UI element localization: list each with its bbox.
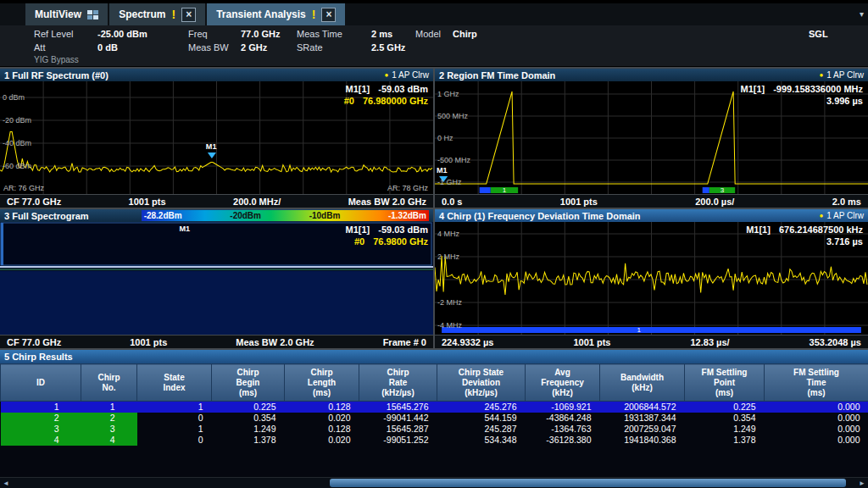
fm-time-domain-plot[interactable]: 13M1 M1[1]-999.158336000 MHz 3.996 µs 1 … [435, 81, 868, 194]
footer-readout: 1001 pts [560, 197, 598, 207]
result-cell: 4 [81, 435, 137, 446]
fm-time-domain-chart: 13M1 [435, 81, 868, 194]
srate-label: SRate [297, 42, 371, 53]
meas-bw-value[interactable]: 2 GHz [241, 42, 297, 53]
result-cell: 1.378 [212, 435, 285, 446]
footer-readout: CF 77.0 GHz [7, 337, 61, 347]
scrollbar-thumb[interactable] [330, 479, 846, 487]
footer-readout: Frame # 0 [383, 337, 426, 347]
result-cell: 245.287 [437, 424, 526, 435]
result-cell: 1.249 [685, 424, 765, 435]
result-cell: 0.000 [765, 424, 868, 435]
meas-time-label: Meas Time [297, 29, 371, 39]
trace-badge: ● 1 AP Clrw [384, 70, 429, 80]
chirp-results-table: IDChirp No.State IndexChirp Begin (ms)Ch… [0, 363, 868, 446]
chirp-result-row[interactable]: 2200.3540.020-99041.442544.159-43864.248… [1, 413, 868, 424]
chirp-result-row[interactable]: 3311.2490.12815645.287245.287-1364.76320… [1, 424, 868, 435]
multiview-grid-icon [87, 10, 98, 19]
chirp-result-row[interactable]: 4401.3780.020-99051.252534.348-36128.380… [1, 435, 868, 446]
frequency-deviation-plot[interactable]: 1 M1[1]676.214687500 kHz 3.716 µs 4 MHz2… [435, 222, 868, 335]
window-header[interactable]: 2 Region FM Time Domain ● 1 AP Clrw [435, 69, 868, 81]
footer-readout: 12.83 µs/ [690, 337, 729, 347]
window-region-fm-time-domain: 2 Region FM Time Domain ● 1 AP Clrw 13M1… [435, 69, 868, 208]
window-header[interactable]: 4 Chirp (1) Frequency Deviation Time Dom… [435, 209, 868, 222]
result-cell: 1 [137, 424, 212, 435]
window-title: 4 Chirp (1) Frequency Deviation Time Dom… [439, 211, 641, 221]
rf-spectrum-plot[interactable]: M1 M1[1]-59.03 dBm #076.980000 GHz AR: 7… [0, 81, 433, 194]
sweep-mode-badge: SGL [809, 29, 868, 39]
svg-text:M1: M1 [206, 142, 217, 151]
srate-value[interactable]: 2.5 GHz [371, 42, 415, 53]
plot-footer: 0.0 s1001 pts200.0 µs/2.0 ms [435, 194, 868, 208]
chevron-down-icon[interactable]: ▾ [860, 9, 864, 19]
ref-level-label: Ref Level [34, 29, 97, 39]
close-icon[interactable]: × [181, 8, 196, 22]
result-cell: 544.159 [437, 413, 526, 424]
result-cell: 2 [81, 413, 137, 424]
result-cell: 0.128 [285, 424, 359, 435]
footer-readout: 353.2048 µs [810, 337, 861, 347]
model-value[interactable]: Chirp [453, 29, 809, 39]
window-title: 1 Full RF Spectrum (#0) [4, 70, 108, 80]
tab-spectrum[interactable]: Spectrum ! × [109, 3, 207, 25]
footer-readout: 200.0 µs/ [695, 197, 734, 207]
warning-icon: ! [171, 9, 175, 19]
chirp-result-row[interactable]: 1110.2250.12815645.276245.276-1069.92120… [1, 402, 868, 413]
tab-label: Spectrum [119, 8, 165, 20]
footer-readout: 1001 pts [573, 337, 610, 347]
window-header[interactable]: 5 Chirp Results [0, 350, 868, 363]
result-cell: 0.354 [685, 413, 765, 424]
freq-label: Freq [188, 29, 241, 39]
colorbar-tick: -10dBm [309, 211, 341, 220]
meas-bw-label: Meas BW [188, 42, 241, 53]
column-header: FM Settling Time (ms) [765, 364, 868, 402]
column-header: State Index [137, 364, 212, 402]
result-cell: 3 [1, 424, 81, 435]
spectrogram-plot[interactable]: M1 M1[1]-59.03 dBm #076.9800 GHz [0, 222, 433, 335]
frequency-deviation-chart: 1 [435, 222, 868, 335]
plot-footer: CF 77.0 GHz1001 pts200.0 MHz/Meas BW 2.0… [0, 194, 433, 208]
result-cell: -1364.763 [526, 424, 600, 435]
column-header: Bandwidth (kHz) [600, 364, 685, 402]
svg-text:1: 1 [503, 186, 507, 194]
spectrogram-colorbar: -28.2dBm -20dBm -10dBm -1.32dBm [142, 210, 429, 221]
result-cell: 2 [1, 413, 81, 424]
result-cell: 15645.276 [359, 402, 437, 413]
window-header[interactable]: 3 Full Spectrogram -28.2dBm -20dBm -10dB… [0, 209, 433, 222]
column-header: Chirp Rate (kHz/µs) [359, 364, 437, 402]
yig-bypass-indicator: YIG Bypass [34, 54, 868, 65]
result-cell: 0.225 [212, 402, 285, 413]
result-cell: 1.378 [685, 435, 765, 446]
result-cell: 1941840.368 [600, 435, 685, 446]
result-cell: 1 [1, 402, 81, 413]
result-cell: 4 [1, 435, 81, 446]
tab-multiview[interactable]: MultiView [25, 3, 109, 25]
settings-row-1: Ref Level -25.00 dBm Freq 77.0 GHz Meas … [34, 27, 868, 41]
tab-transient-analysis[interactable]: Transient Analysis ! × [207, 3, 347, 25]
horizontal-scrollbar[interactable]: ◄ ► [0, 477, 868, 488]
freq-value[interactable]: 77.0 GHz [241, 29, 297, 39]
scroll-right-icon[interactable]: ► [856, 478, 868, 488]
ref-level-value[interactable]: -25.00 dBm [97, 29, 188, 39]
result-cell: 0 [137, 413, 212, 424]
result-cell: 1931387.344 [600, 413, 685, 424]
window-header[interactable]: 1 Full RF Spectrum (#0) ● 1 AP Clrw [0, 69, 433, 81]
result-cell: 0.354 [212, 413, 285, 424]
result-cell: -99051.252 [359, 435, 437, 446]
att-value[interactable]: 0 dB [97, 42, 188, 53]
result-cell: 2006844.572 [600, 402, 685, 413]
result-cell: 0.000 [765, 435, 868, 446]
result-cell: 0.020 [285, 413, 359, 424]
result-cell: -43864.248 [526, 413, 600, 424]
result-cell: 245.276 [437, 402, 526, 413]
meas-time-value[interactable]: 2 ms [371, 29, 415, 39]
settings-row-2: Att 0 dB Meas BW 2 GHz SRate 2.5 GHz [34, 41, 868, 54]
footer-readout: 224.9332 µs [442, 337, 493, 347]
scroll-left-icon[interactable]: ◄ [0, 478, 12, 488]
model-label: Model [415, 29, 453, 39]
footer-readout: 2.0 ms [832, 197, 861, 207]
svg-text:M1: M1 [179, 225, 190, 233]
column-header: ID [1, 364, 81, 402]
colorbar-max: -1.32dBm [388, 211, 426, 220]
close-icon[interactable]: × [321, 8, 336, 22]
